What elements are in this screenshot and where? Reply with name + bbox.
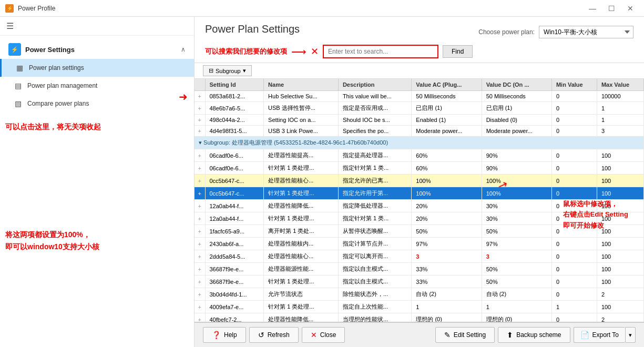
titlebar-title: Power Profile xyxy=(18,5,580,12)
sidebar-section-title: Power Settings xyxy=(25,46,177,54)
sidebar-item-power-plan-settings-label: Power plan settings xyxy=(29,64,84,72)
table-row[interactable]: + 0cc5b647-c... 针对第 1 类处理... 指定允许用于第... … xyxy=(195,187,644,200)
sidebar-item-power-plan-management[interactable]: ▤ Power plan management xyxy=(0,77,194,95)
backup-scheme-button[interactable]: ⬆ Backup scheme xyxy=(498,327,570,343)
table-row[interactable]: + 2ddd5a84-5... 处理器性能核心... 指定可以离开而... 3 … xyxy=(195,250,644,263)
search-arrow-icon: ⟶ xyxy=(291,45,306,58)
col-min-value: Min Value xyxy=(551,79,597,91)
backup-icon: ⬆ xyxy=(507,331,513,339)
search-arrow2-icon: ✕ xyxy=(311,46,319,57)
maximize-button[interactable]: ☐ xyxy=(603,3,620,14)
table-row[interactable]: + 12a0ab44-f... 针对第 1 类处理... 指定针对第 1 类..… xyxy=(195,212,644,225)
content-header: Power Plan Settings Choose power plan: W… xyxy=(195,17,644,63)
table-row[interactable]: + 12a0ab44-f... 处理器性能降低... 指定降低处理器... 20… xyxy=(195,200,644,212)
table-header-row: Setting Id Name Description Value AC (Pl… xyxy=(195,79,644,91)
collapse-arrow-icon[interactable]: ∧ xyxy=(181,46,186,53)
table-row[interactable]: + 40fbefc7-2... 处理器性能降低... 当理想的性能状... 理想… xyxy=(195,313,644,322)
titlebar: ⚡ Power Profile — ☐ ✕ xyxy=(0,0,644,17)
table-row[interactable]: + 1facfc65-a9... 离开时第 1 类处... 从暂停状态唤醒...… xyxy=(195,225,644,238)
table-row[interactable]: + 0cc5b647-c... 处理器性能核心... 指定允许的已离... 10… xyxy=(195,175,644,187)
table-row[interactable]: + 498c044a-2... Setting IOC on a... Shou… xyxy=(195,115,644,126)
annotation-100percent: 将这两项都设置为100%， 即可以window10支持大小核 xyxy=(5,229,99,252)
table-row[interactable]: + 3b0d4d4fd-1... 允许节流状态 除性能状态外，... 自动 (2… xyxy=(195,288,644,301)
export-to-button[interactable]: 📄 Export To xyxy=(574,327,625,343)
subgroup-header-row: ▾ Subgroup: 处理器电源管理 (54533251-82be-4824-… xyxy=(195,137,644,149)
table-container[interactable]: Setting Id Name Description Value AC (Pl… xyxy=(195,79,644,322)
subgroup-dropdown-icon: ▾ xyxy=(243,67,246,74)
subgroup-toolbar: ⊟ Subgroup ▾ xyxy=(195,63,644,79)
sidebar-item-power-plan-settings[interactable]: ▦ Power plan settings xyxy=(0,59,194,77)
search-annotation-text: 可以搜索我们想要的修改项 xyxy=(205,47,287,56)
col-setting-id: Setting Id xyxy=(205,79,264,91)
sidebar-power-settings-section: ⚡ Power Settings ∧ ▦ Power plan settings… xyxy=(0,36,194,117)
settings-table: Setting Id Name Description Value AC (Pl… xyxy=(195,79,644,322)
table-row[interactable]: + 4d4e98f31-5... USB 3 Link Powe... Spec… xyxy=(195,126,644,137)
table-row[interactable]: + 48e6b7a6-5... USB 选择性暂停... 指定是否应用或... … xyxy=(195,102,644,115)
help-button[interactable]: ❓ Help xyxy=(203,327,246,343)
app-icon: ⚡ xyxy=(5,4,14,13)
power-settings-icon: ⚡ xyxy=(8,43,21,56)
edit-icon: ✎ xyxy=(444,331,451,339)
refresh-button[interactable]: ↺ Refresh xyxy=(249,327,299,343)
table-row[interactable]: + 36687f9e-e... 处理器能源性能... 指定以自主模式... 33… xyxy=(195,263,644,275)
sidebar-item-power-plan-management-label: Power plan management xyxy=(27,82,97,89)
power-plan-label: Choose power plan: xyxy=(478,28,535,36)
close-icon: ✕ xyxy=(311,331,317,339)
sidebar: ☰ ⚡ Power Settings ∧ ▦ Power plan settin… xyxy=(0,17,195,347)
power-plan-management-icon: ▤ xyxy=(13,80,23,91)
minimize-button[interactable]: — xyxy=(584,3,601,14)
refresh-icon: ↺ xyxy=(258,331,264,339)
col-name: Name xyxy=(264,79,339,91)
table-body: + 0853a681-2... Hub Selective Su... This… xyxy=(195,91,644,322)
sidebar-item-compare-power-plans-label: Compare power plans xyxy=(27,100,89,107)
col-value-ac: Value AC (Plug... xyxy=(412,79,482,91)
table-row[interactable]: + 36687f9e-e... 针对第 1 类处理... 指定以自主模式... … xyxy=(195,275,644,288)
table-row[interactable]: + 4009efa7-e... 针对第 1 类处理... 指定自上次性能... … xyxy=(195,301,644,313)
export-btn-group: 📄 Export To ▾ xyxy=(574,327,636,343)
close-button[interactable]: ✕ Close xyxy=(302,327,345,343)
col-max-value: Max Value xyxy=(597,79,643,91)
bottom-bar: ❓ Help ↺ Refresh ✕ Close ✎ Edit Setting … xyxy=(195,322,644,347)
table-row[interactable]: + 0853a681-2... Hub Selective Su... This… xyxy=(195,91,644,102)
close-window-button[interactable]: ✕ xyxy=(622,3,639,14)
content-area: Power Plan Settings Choose power plan: W… xyxy=(195,17,644,347)
expand-col-header xyxy=(195,79,205,91)
power-plan-select[interactable]: Win10-平衡-大小核 xyxy=(539,26,633,38)
help-icon: ❓ xyxy=(212,331,221,339)
subgroup-button[interactable]: ⊟ Subgroup ▾ xyxy=(203,65,252,76)
subgroup-icon: ⊟ xyxy=(209,67,213,74)
window-controls: — ☐ ✕ xyxy=(584,3,639,14)
col-value-dc: Value DC (On ... xyxy=(482,79,551,91)
table-row[interactable]: + 2430ab6f-a... 处理器性能核内... 指定计算节点并... 97… xyxy=(195,238,644,250)
sidebar-section-header[interactable]: ⚡ Power Settings ∧ xyxy=(0,40,194,59)
col-description: Description xyxy=(338,79,411,91)
table-row[interactable]: + 06cadf0e-6... 处理器性能提高... 指定提高处理器... 60… xyxy=(195,149,644,162)
export-icon: 📄 xyxy=(580,331,589,339)
compare-power-plans-icon: ▧ xyxy=(13,98,23,109)
table-row[interactable]: + 06cadf0e-6... 针对第 1 类处理... 指定针对第 1 类..… xyxy=(195,162,644,175)
find-button[interactable]: Find xyxy=(443,45,473,58)
sidebar-item-compare-power-plans[interactable]: ▧ Compare power plans xyxy=(0,95,194,113)
export-dropdown-button[interactable]: ▾ xyxy=(625,327,636,343)
page-title: Power Plan Settings xyxy=(205,23,300,35)
search-input[interactable] xyxy=(323,45,438,58)
hamburger-icon[interactable]: ☰ xyxy=(6,21,14,31)
annotation-collapse: 可以点击这里，将无关项收起 xyxy=(5,122,101,132)
power-plan-settings-icon: ▦ xyxy=(14,63,25,73)
edit-setting-button[interactable]: ✎ Edit Setting xyxy=(435,327,495,343)
sidebar-header: ☰ xyxy=(0,17,194,36)
